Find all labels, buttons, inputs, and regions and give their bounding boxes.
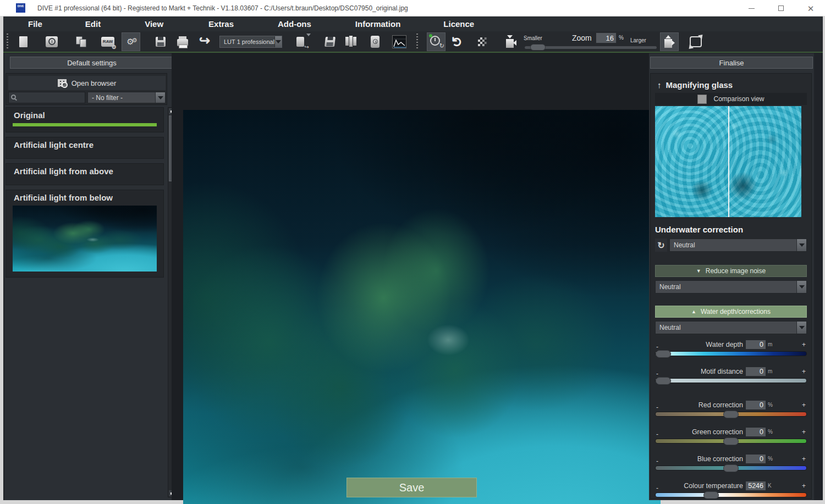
magnifier-preview[interactable]	[655, 106, 801, 217]
default-settings-button[interactable]: Default settings	[10, 57, 174, 69]
zoom-value-input[interactable]: 16	[596, 32, 617, 43]
open-browser-label: Open browser	[72, 79, 117, 87]
menu-view[interactable]: View	[145, 19, 163, 29]
correction-panel: ↑ Magnifying glass Comparison view Under…	[650, 73, 812, 499]
depth-preset-dropdown[interactable]: Neutral	[655, 321, 807, 334]
slider-minus-button[interactable]: -	[656, 458, 658, 464]
water-depth-section-button[interactable]: ▲ Water depth/corrections	[655, 306, 807, 318]
slider-handle[interactable]	[656, 350, 671, 358]
filter-dropdown-arrow[interactable]	[155, 92, 165, 103]
open-recent-button[interactable]	[42, 32, 61, 51]
thumbnail-label: Artificial light from above	[13, 165, 157, 179]
comparison-checkbox[interactable]	[697, 95, 707, 104]
zoom-slider-handle[interactable]	[530, 44, 546, 51]
collapse-up-icon: ↑	[657, 80, 662, 90]
main-canvas: Save	[172, 53, 649, 500]
slider-plus-button[interactable]: +	[802, 429, 806, 435]
export-button[interactable]: ↪	[195, 32, 214, 51]
slider-plus-button[interactable]: +	[802, 483, 806, 489]
zoom-smaller-label: Smaller	[524, 35, 542, 41]
slider-plus-button[interactable]: +	[802, 402, 806, 408]
maximize-button[interactable]	[774, 2, 788, 15]
history-button[interactable]: ↻	[427, 32, 446, 51]
dither-button[interactable]	[473, 32, 492, 51]
collapse-down-icon: ▼	[696, 268, 701, 274]
compare-view-button[interactable]	[342, 32, 360, 51]
minimize-button[interactable]	[745, 2, 758, 15]
reduce-noise-section-button[interactable]: ▼ Reduce image noise	[655, 265, 807, 277]
lut-dropdown-arrow[interactable]	[274, 36, 282, 47]
thumbnail-image-0[interactable]	[13, 123, 157, 126]
processing-settings-button[interactable]: ⚙⚙	[122, 32, 140, 51]
slider-minus-button[interactable]: -	[656, 370, 658, 377]
noise-preset-dropdown[interactable]: Neutral	[655, 280, 807, 293]
histogram-button[interactable]	[390, 32, 409, 51]
slider-handle[interactable]	[723, 437, 739, 445]
menu-information[interactable]: Information	[355, 19, 401, 29]
slider-minus-button[interactable]: -	[656, 344, 658, 350]
save-button[interactable]: Save	[346, 478, 477, 497]
slider-value-input[interactable]: 0	[745, 454, 766, 464]
slider-value-input[interactable]: 0	[745, 400, 766, 410]
reset-button[interactable]: ↻	[655, 239, 667, 252]
toolbar-drag-handle[interactable]	[7, 34, 8, 50]
print-button[interactable]	[173, 32, 192, 51]
slider-value-input[interactable]: 0	[745, 367, 766, 376]
finalise-button[interactable]: Finalise	[650, 57, 813, 69]
depth-preset-arrow[interactable]	[796, 322, 806, 334]
main-image[interactable]	[183, 110, 661, 504]
menu-edit[interactable]: Edit	[85, 19, 101, 29]
slider-handle[interactable]	[723, 411, 739, 418]
slider-value-input[interactable]: 0	[745, 427, 766, 437]
close-button[interactable]: ✕	[804, 2, 817, 15]
lut-dropdown-value: LUT 1 professional	[220, 38, 274, 45]
smaller-view-button[interactable]	[502, 32, 520, 51]
preview-button[interactable]	[366, 32, 384, 51]
slider-plus-button[interactable]: +	[802, 456, 806, 462]
slider-handle[interactable]	[656, 377, 671, 385]
slider-plus-button[interactable]: +	[802, 368, 806, 375]
workflow-dropdown-arrow[interactable]	[306, 34, 311, 36]
open-browser-button[interactable]: Open browser	[8, 76, 166, 90]
slider-blue-correction: -Blue correction0%+	[655, 453, 807, 475]
redo-button[interactable]: ↻	[448, 32, 466, 51]
larger-view-button[interactable]	[660, 32, 679, 51]
slider-value-input[interactable]: 5246	[745, 481, 766, 491]
slider-track[interactable]	[655, 412, 807, 417]
lut-dropdown[interactable]: LUT 1 professional	[219, 36, 282, 48]
slider-label-row: -Water depth0m+	[655, 339, 807, 350]
slider-track[interactable]	[655, 439, 807, 444]
slider-track[interactable]	[655, 378, 807, 383]
correction-preset-dropdown[interactable]: Neutral	[669, 239, 807, 252]
slider-track[interactable]	[655, 492, 807, 497]
slider-minus-button[interactable]: -	[656, 431, 658, 437]
search-input[interactable]	[8, 92, 85, 103]
slider-track[interactable]	[655, 466, 807, 470]
slider-handle[interactable]	[723, 464, 739, 472]
rotate-button[interactable]	[686, 32, 705, 51]
workflow-button[interactable]	[291, 32, 310, 51]
slider-minus-button[interactable]: -	[656, 404, 658, 411]
magnifier-header[interactable]: ↑ Magnifying glass	[655, 78, 807, 93]
correction-preset-arrow[interactable]	[796, 239, 806, 251]
noise-preset-arrow[interactable]	[796, 281, 806, 293]
menu-file[interactable]: File	[28, 19, 42, 29]
menu-licence[interactable]: Licence	[443, 19, 474, 29]
slider-minus-button[interactable]: -	[656, 485, 658, 491]
toolbar-separator	[416, 34, 418, 50]
raw-settings-button[interactable]: RAW	[98, 32, 117, 51]
copy-settings-button[interactable]	[72, 32, 91, 51]
new-file-button[interactable]	[14, 32, 32, 51]
filter-dropdown[interactable]: - No filter -	[87, 92, 166, 103]
slider-track[interactable]	[655, 351, 807, 356]
save-file-button[interactable]	[151, 32, 170, 51]
slider-value-input[interactable]: 0	[745, 340, 766, 350]
slider-handle[interactable]	[703, 491, 719, 499]
thumbnail-image-3[interactable]	[13, 206, 157, 272]
menu-extras[interactable]: Extras	[208, 19, 234, 29]
export-image-button[interactable]	[321, 32, 339, 51]
reduce-noise-label: Reduce image noise	[706, 267, 766, 275]
rotate-icon	[690, 36, 702, 47]
slider-plus-button[interactable]: +	[802, 341, 806, 348]
menu-add-ons[interactable]: Add-ons	[278, 19, 311, 29]
